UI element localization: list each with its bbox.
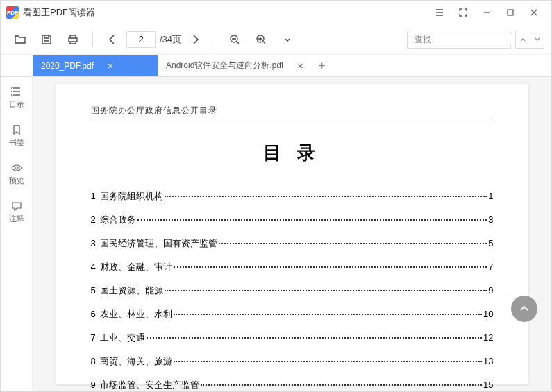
toc-page: 13	[483, 356, 493, 366]
toc-dots	[201, 384, 482, 386]
menu-button[interactable]	[428, 2, 451, 23]
scroll-top-button[interactable]	[511, 296, 537, 322]
open-file-button[interactable]	[8, 27, 33, 52]
next-page-button[interactable]	[183, 27, 208, 52]
maximize-button[interactable]	[499, 2, 522, 23]
sidebar-label: 书签	[9, 137, 24, 148]
toc-text: 财政、金融、审计	[100, 261, 172, 273]
toc-dots	[174, 361, 482, 362]
print-button[interactable]	[60, 27, 85, 52]
comment-icon	[10, 200, 23, 212]
app-icon: PDF	[6, 6, 19, 19]
sidebar-label: 目录	[9, 99, 24, 110]
toc-dots	[137, 219, 487, 221]
toc-number: 8	[91, 356, 96, 366]
app-title: 看图王PDF阅读器	[23, 6, 95, 19]
toc-text: 国民经济管理、国有资产监管	[100, 237, 217, 250]
svg-point-5	[11, 91, 12, 92]
toc-text: 农业、林业、水利	[100, 308, 172, 321]
toc-number: 3	[91, 238, 96, 248]
toc-dots	[165, 196, 487, 197]
list-icon	[10, 85, 23, 98]
toc-entry[interactable]: 9市场监管、安全生产监管15	[91, 379, 494, 391]
tab-close-icon[interactable]: ×	[297, 60, 303, 71]
zoom-out-button[interactable]	[222, 27, 247, 52]
toc-number: 2	[91, 214, 96, 225]
document-title: 目 录	[91, 141, 494, 165]
toc-dots	[174, 314, 482, 315]
sidebar-item-preview[interactable]: 预览	[1, 159, 32, 189]
close-button[interactable]	[522, 2, 546, 23]
toc-entry[interactable]: 2综合政务3	[91, 214, 494, 226]
sidebar-item-toc[interactable]: 目录	[1, 83, 32, 112]
toc-page: 5	[488, 238, 493, 248]
page-total-label: /34页	[160, 33, 181, 46]
toc-entry[interactable]: 3国民经济管理、国有资产监管5	[91, 237, 494, 250]
toolbar: /34页	[1, 24, 551, 55]
tab-label: Android软件安全与逆向分析.pdf	[166, 60, 283, 71]
fullscreen-button[interactable]	[451, 2, 475, 23]
prev-page-button[interactable]	[100, 27, 125, 52]
toc-text: 商贸、海关、旅游	[100, 355, 172, 368]
sidebar-item-annotation[interactable]: 注释	[1, 197, 32, 227]
toc-number: 7	[91, 332, 96, 343]
toc-dots	[174, 266, 487, 268]
toc-text: 市场监管、安全生产监管	[100, 379, 199, 391]
toc-entry[interactable]: 7工业、交通12	[91, 332, 494, 344]
toc-number: 4	[91, 262, 96, 272]
toc-text: 工业、交通	[100, 332, 145, 344]
toc-number: 9	[91, 380, 96, 390]
toc-number: 5	[91, 285, 96, 296]
toc-page: 7	[488, 262, 493, 272]
titlebar: PDF 看图王PDF阅读器	[1, 1, 551, 24]
toc-entry[interactable]: 6农业、林业、水利10	[91, 308, 494, 321]
svg-point-4	[11, 87, 12, 89]
tab-close-icon[interactable]: ×	[108, 60, 113, 71]
sidebar: 目录 书签 预览 注释	[1, 77, 33, 391]
toc-dots	[219, 243, 487, 244]
svg-point-7	[15, 167, 18, 169]
tab-bar: 2020_PDF.pdf × Android软件安全与逆向分析.pdf × +	[1, 55, 551, 77]
tab-label: 2020_PDF.pdf	[41, 61, 94, 71]
toc-page: 10	[483, 309, 493, 319]
toc-entry[interactable]: 4财政、金融、审计7	[91, 261, 494, 273]
toc-page: 9	[488, 285, 493, 296]
sidebar-label: 预览	[9, 176, 24, 186]
sidebar-item-bookmark[interactable]: 书签	[1, 121, 32, 151]
svg-point-6	[11, 94, 12, 96]
toc-page: 15	[483, 380, 493, 390]
pdf-page: 国务院办公厅政府信息公开目录 目 录 1国务院组织机构12综合政务33国民经济管…	[56, 84, 528, 384]
search-prev-button[interactable]	[516, 31, 530, 48]
bookmark-icon	[10, 123, 23, 136]
toc-page: 3	[488, 214, 493, 225]
toc-dots	[165, 290, 487, 291]
tab-active[interactable]: 2020_PDF.pdf ×	[33, 55, 158, 76]
svg-rect-0	[508, 10, 513, 15]
document-viewport[interactable]: 国务院办公厅政府信息公开目录 目 录 1国务院组织机构12综合政务33国民经济管…	[33, 77, 551, 391]
tab-add-button[interactable]: +	[312, 55, 333, 76]
zoom-in-button[interactable]	[249, 27, 274, 52]
minimize-button[interactable]	[475, 2, 499, 23]
toc-entry[interactable]: 8商贸、海关、旅游13	[91, 355, 494, 368]
toc-dots	[147, 337, 482, 339]
toc-number: 6	[91, 309, 96, 319]
page-number-input[interactable]	[126, 31, 156, 48]
tab-inactive[interactable]: Android软件安全与逆向分析.pdf ×	[158, 55, 312, 76]
toc-text: 国土资源、能源	[100, 284, 163, 297]
toc-text: 综合政务	[100, 214, 136, 226]
toc-page: 1	[488, 191, 493, 201]
chevron-up-icon	[518, 302, 530, 315]
toc-entry[interactable]: 5国土资源、能源9	[91, 284, 494, 297]
toc-page: 12	[483, 332, 493, 343]
page-header: 国务院办公厅政府信息公开目录	[91, 105, 494, 121]
toc-number: 1	[91, 191, 96, 201]
search-input[interactable]	[415, 35, 519, 44]
toc-text: 国务院组织机构	[100, 190, 163, 203]
zoom-dropdown-button[interactable]	[275, 27, 300, 52]
save-button[interactable]	[34, 27, 59, 52]
search-box[interactable]	[407, 31, 511, 49]
toc-entry[interactable]: 1国务院组织机构1	[91, 190, 494, 203]
eye-icon	[10, 162, 23, 174]
sidebar-label: 注释	[9, 214, 24, 224]
search-next-button[interactable]	[530, 31, 544, 48]
